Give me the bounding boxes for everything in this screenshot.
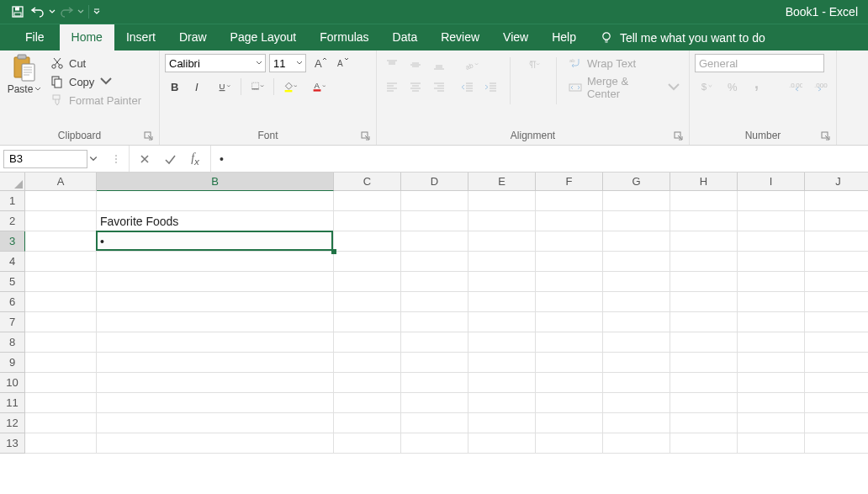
copy-button[interactable]: Copy [47, 74, 145, 89]
align-center-button[interactable] [405, 77, 426, 96]
formula-input[interactable]: • [211, 146, 868, 172]
cell-G8[interactable] [603, 332, 670, 353]
cell-A11[interactable] [25, 393, 97, 413]
cell-E1[interactable] [468, 191, 536, 211]
cell-B10[interactable] [97, 373, 334, 393]
cell-G12[interactable] [603, 413, 670, 433]
cell-H2[interactable] [670, 211, 738, 231]
cell-J9[interactable] [805, 353, 868, 373]
cell-H8[interactable] [670, 332, 738, 353]
cell-C2[interactable] [334, 211, 401, 231]
font-color-button[interactable]: A [306, 77, 331, 96]
cell-A9[interactable] [25, 353, 97, 373]
tab-view[interactable]: View [491, 24, 540, 50]
cell-E10[interactable] [468, 373, 536, 393]
cell-I9[interactable] [738, 353, 805, 373]
cell-J12[interactable] [805, 413, 868, 433]
cell-I3[interactable] [738, 231, 805, 252]
orientation-button[interactable]: ab [458, 56, 486, 74]
chevron-down-icon[interactable] [89, 155, 98, 163]
cell-H6[interactable] [670, 292, 738, 312]
redo-dropdown-icon[interactable] [77, 8, 84, 15]
cell-F5[interactable] [536, 272, 603, 292]
fill-color-button[interactable] [278, 77, 303, 96]
cell-I8[interactable] [738, 332, 805, 353]
cell-C10[interactable] [334, 373, 401, 393]
cell-D7[interactable] [401, 312, 468, 332]
enter-formula-button[interactable] [160, 150, 180, 168]
row-header-13[interactable]: 13 [0, 433, 25, 454]
cell-G9[interactable] [603, 353, 670, 373]
comma-format-button[interactable]: , [749, 77, 769, 96]
cell-F7[interactable] [536, 312, 603, 332]
chevron-down-icon[interactable] [256, 60, 262, 66]
cell-J11[interactable] [805, 393, 868, 413]
cell-E11[interactable] [468, 393, 536, 413]
cell-E4[interactable] [468, 252, 536, 272]
cell-E7[interactable] [468, 312, 536, 332]
column-header-F[interactable]: F [536, 173, 603, 191]
cell-A1[interactable] [25, 191, 97, 211]
cell-J13[interactable] [805, 433, 868, 454]
tab-draw[interactable]: Draw [167, 24, 219, 50]
cell-C4[interactable] [334, 252, 401, 272]
column-header-E[interactable]: E [468, 173, 536, 191]
align-left-button[interactable] [382, 77, 402, 96]
decrease-decimal-button[interactable]: .00.0 [811, 77, 831, 96]
number-format-combo[interactable] [695, 54, 824, 72]
cell-C8[interactable] [334, 332, 401, 353]
dialog-launcher-icon[interactable] [361, 131, 371, 141]
font-name-combo[interactable] [165, 54, 266, 72]
cell-B4[interactable] [97, 252, 334, 272]
cell-J4[interactable] [805, 252, 868, 272]
cell-A10[interactable] [25, 373, 97, 393]
cell-I7[interactable] [738, 312, 805, 332]
tell-me-search[interactable]: Tell me what you want to do [588, 25, 777, 50]
cell-I10[interactable] [738, 373, 805, 393]
cell-A4[interactable] [25, 252, 97, 272]
fill-handle[interactable] [331, 249, 336, 254]
cell-B12[interactable] [97, 413, 334, 433]
align-middle-button[interactable] [405, 56, 426, 74]
row-header-3[interactable]: 3 [0, 231, 25, 252]
cell-G6[interactable] [603, 292, 670, 312]
cell-C3[interactable] [334, 231, 401, 252]
increase-indent-button[interactable] [481, 77, 501, 96]
cell-I12[interactable] [738, 413, 805, 433]
cell-G3[interactable] [603, 231, 670, 252]
cell-B6[interactable] [97, 292, 334, 312]
drag-handle-icon[interactable] [113, 150, 119, 168]
cancel-formula-button[interactable] [135, 150, 155, 168]
dialog-launcher-icon[interactable] [674, 131, 684, 141]
cell-B3[interactable]: • [97, 231, 334, 252]
align-right-button[interactable] [429, 77, 449, 96]
cell-G5[interactable] [603, 272, 670, 292]
row-header-2[interactable]: 2 [0, 211, 25, 231]
cell-G4[interactable] [603, 252, 670, 272]
cell-E9[interactable] [468, 353, 536, 373]
column-header-C[interactable]: C [334, 173, 401, 191]
cell-J8[interactable] [805, 332, 868, 353]
italic-button[interactable]: I [188, 77, 209, 96]
row-header-9[interactable]: 9 [0, 353, 25, 373]
cell-A6[interactable] [25, 292, 97, 312]
redo-button[interactable] [57, 3, 76, 21]
column-header-H[interactable]: H [670, 173, 738, 191]
cell-C7[interactable] [334, 312, 401, 332]
cell-H3[interactable] [670, 231, 738, 252]
cell-A5[interactable] [25, 272, 97, 292]
borders-button[interactable] [245, 77, 270, 96]
percent-format-button[interactable]: % [723, 77, 744, 96]
cell-A7[interactable] [25, 312, 97, 332]
cell-I6[interactable] [738, 292, 805, 312]
cell-D8[interactable] [401, 332, 468, 353]
cell-F4[interactable] [536, 252, 603, 272]
cell-G13[interactable] [603, 433, 670, 454]
tab-page-layout[interactable]: Page Layout [219, 24, 309, 50]
decrease-font-button[interactable]: A [331, 54, 352, 72]
cell-H4[interactable] [670, 252, 738, 272]
save-button[interactable] [8, 3, 27, 21]
cell-H13[interactable] [670, 433, 738, 454]
cell-B9[interactable] [97, 353, 334, 373]
cell-F6[interactable] [536, 292, 603, 312]
